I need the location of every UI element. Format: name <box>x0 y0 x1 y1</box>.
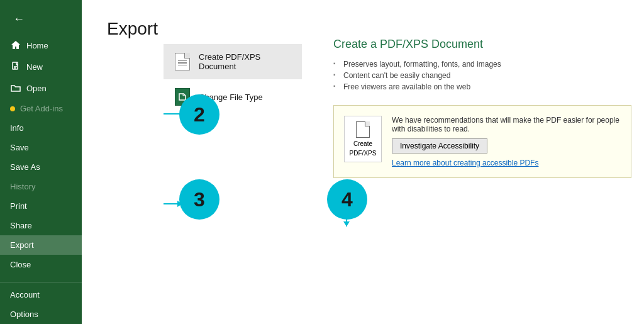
orange-dot <box>10 106 15 111</box>
callout-label-2: 2 <box>194 103 205 126</box>
pdf-lines <box>178 60 187 66</box>
sidebar-item-saveas[interactable]: Save As <box>0 157 82 177</box>
create-pdf-button[interactable]: Create PDF/XPS <box>344 116 382 162</box>
sidebar-label-history: History <box>10 182 35 191</box>
callout-circle-2: 2 <box>179 94 219 135</box>
new-file-icon <box>10 61 21 72</box>
sidebar-label-export: Export <box>10 240 34 250</box>
callout-circle-3: 3 <box>179 179 219 220</box>
callout-circle-4: 4 <box>327 179 367 220</box>
bullet-2: Content can't be easily changed <box>333 70 631 81</box>
sidebar-label-info: Info <box>10 123 24 133</box>
sidebar-label-new: New <box>26 62 43 72</box>
sidebar-label-save: Save <box>10 143 29 152</box>
feature-list: Preserves layout, formatting, fonts, and… <box>333 59 631 92</box>
callout-label-3: 3 <box>194 188 205 211</box>
bullet-1: Preserves layout, formatting, fonts, and… <box>333 59 631 70</box>
sidebar-label-print: Print <box>10 201 27 211</box>
sidebar-bottom: Account Options <box>0 282 82 324</box>
back-icon: ← <box>13 13 25 26</box>
sidebar-item-save[interactable]: Save <box>0 138 82 157</box>
accessibility-content: We have recommendations that will make t… <box>392 116 621 167</box>
sidebar-item-getaddins: Get Add-ins <box>0 99 82 118</box>
main-content: Export Create PDF/XPS Document <box>82 0 644 324</box>
create-pdf-label: Create PDF/XPS Document <box>199 52 292 71</box>
investigate-accessibility-button[interactable]: Investigate Accessibility <box>392 138 487 154</box>
sidebar-item-account[interactable]: Account <box>0 285 82 304</box>
sidebar-item-home[interactable]: Home <box>0 35 82 56</box>
sidebar-item-options[interactable]: Options <box>0 304 82 324</box>
sidebar-nav: Home New Open Get Add-ins Info Save Save… <box>0 35 82 324</box>
pdf-document-icon <box>174 52 191 72</box>
pdf-file-shape <box>175 53 190 70</box>
sidebar-item-print[interactable]: Print <box>0 196 82 216</box>
accessibility-text: We have recommendations that will make t… <box>392 116 621 133</box>
sidebar-label-share: Share <box>10 221 32 230</box>
create-pdf-btn-line1: Create <box>353 140 372 147</box>
panel-title: Create a PDF/XPS Document <box>333 38 631 51</box>
sidebar-item-export[interactable]: Export <box>0 235 82 255</box>
sidebar-label-close: Close <box>10 260 31 269</box>
sidebar-label-account: Account <box>10 290 40 299</box>
sidebar-label-open: Open <box>26 84 47 93</box>
pdf-line-2 <box>178 62 187 64</box>
pdf-line-1 <box>178 60 187 62</box>
folder-open-icon <box>10 82 21 94</box>
sidebar-item-open[interactable]: Open <box>0 77 82 99</box>
sidebar-item-history: History <box>0 177 82 196</box>
create-pdf-option[interactable]: Create PDF/XPS Document <box>164 44 302 79</box>
mini-pdf-icon <box>356 121 370 138</box>
bullet-3: Free viewers are available on the web <box>333 81 631 92</box>
right-panel: Create a PDF/XPS Document Preserves layo… <box>333 38 631 178</box>
pdf-line-3 <box>178 65 187 66</box>
sidebar-item-close[interactable]: Close <box>0 255 82 274</box>
page-title: Export <box>107 19 619 39</box>
sidebar-label-saveas: Save As <box>10 162 40 172</box>
sidebar-label-home: Home <box>26 41 48 50</box>
home-icon <box>10 40 21 51</box>
sidebar-item-new[interactable]: New <box>0 56 82 77</box>
sidebar-item-info[interactable]: Info <box>0 118 82 138</box>
sidebar-item-share[interactable]: Share <box>0 216 82 235</box>
accessibility-box: Create PDF/XPS We have recommendations t… <box>333 105 631 178</box>
sidebar-label-getaddins: Get Add-ins <box>20 104 63 113</box>
back-button[interactable]: ← <box>6 6 31 31</box>
create-pdf-btn-line2: PDF/XPS <box>350 150 377 157</box>
learn-more-link[interactable]: Learn more about creating accessible PDF… <box>392 159 621 167</box>
callout-label-4: 4 <box>341 188 353 211</box>
sidebar-label-options: Options <box>10 310 38 319</box>
sidebar: ← Home New Open Get Add-ins Info <box>0 0 82 324</box>
